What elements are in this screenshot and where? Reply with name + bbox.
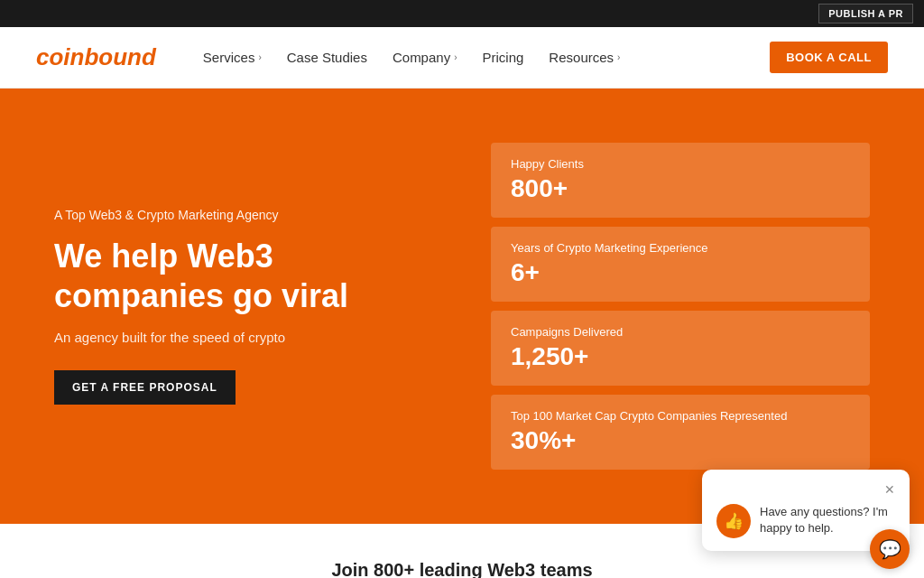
nav-resources[interactable]: Resources ›: [549, 50, 620, 65]
book-call-button[interactable]: BOOK A CALL: [770, 42, 888, 73]
nav-links: Services › Case Studies Company › Pricin…: [203, 42, 888, 73]
stat-years-experience: Years of Crypto Marketing Experience 6+: [491, 227, 870, 302]
chat-message: Have any questions? I'm happy to help.: [760, 504, 895, 536]
stat-happy-clients: Happy Clients 800+: [491, 143, 870, 218]
stat-top100: Top 100 Market Cap Crypto Companies Repr…: [491, 395, 870, 470]
hero-subtitle: An agency built for the speed of crypto: [54, 330, 437, 345]
chat-avatar: 👍: [716, 504, 751, 538]
navbar: coinbound Services › Case Studies Compan…: [0, 27, 924, 89]
hero-tagline: A Top Web3 & Crypto Marketing Agency: [54, 208, 437, 222]
chat-close-button[interactable]: ✕: [884, 482, 895, 497]
chat-content: 👍 Have any questions? I'm happy to help.: [716, 504, 895, 538]
chat-fab-button[interactable]: 💬: [870, 529, 910, 569]
clients-title: Join 800+ leading Web3 teams: [36, 560, 888, 578]
publish-pr-button[interactable]: PUBLISH A PR: [818, 4, 913, 23]
hero-section: A Top Web3 & Crypto Marketing Agency We …: [0, 89, 924, 524]
top-bar: PUBLISH A PR: [0, 0, 924, 27]
get-proposal-button[interactable]: GET A FREE PROPOSAL: [54, 370, 236, 405]
logo[interactable]: coinbound: [36, 43, 156, 71]
nav-company[interactable]: Company ›: [393, 50, 457, 65]
resources-chevron-icon: ›: [617, 52, 620, 62]
chat-popup-header: ✕: [716, 482, 895, 497]
stat-campaigns: Campaigns Delivered 1,250+: [491, 311, 870, 386]
company-chevron-icon: ›: [454, 52, 457, 62]
hero-title: We help Web3 companies go viral: [54, 237, 437, 314]
hero-stats: Happy Clients 800+ Years of Crypto Marke…: [491, 143, 870, 470]
nav-case-studies[interactable]: Case Studies: [287, 50, 367, 65]
nav-services[interactable]: Services ›: [203, 50, 262, 65]
nav-pricing[interactable]: Pricing: [483, 50, 524, 65]
services-chevron-icon: ›: [258, 52, 261, 62]
hero-left: A Top Web3 & Crypto Marketing Agency We …: [54, 208, 437, 404]
